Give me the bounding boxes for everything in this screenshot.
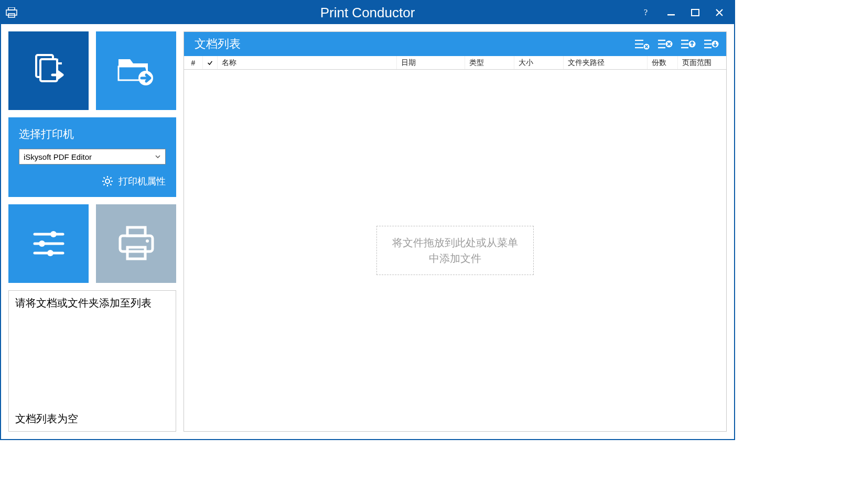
column-headers: # 名称 日期 类型 大小 文件夹路径 份数 页面范围 [184, 56, 726, 70]
printer-properties-button[interactable]: 打印机属性 [19, 175, 166, 188]
app-icon [1, 7, 22, 18]
settings-button[interactable] [8, 204, 89, 283]
remove-selected-button[interactable] [657, 38, 673, 50]
printer-properties-label: 打印机属性 [118, 175, 166, 188]
print-button [96, 204, 176, 283]
col-type[interactable]: 类型 [465, 56, 514, 69]
chevron-down-icon [155, 154, 161, 160]
sidebar: 选择打印机 iSkysoft PDF Editor [8, 31, 176, 432]
add-files-button[interactable] [8, 31, 89, 110]
drop-area[interactable]: 将文件拖放到此处或从菜单中添加文件 [184, 70, 726, 431]
printer-selected-value: iSkysoft PDF Editor [24, 152, 92, 161]
minimize-button[interactable] [666, 7, 676, 18]
svg-rect-1 [6, 10, 17, 15]
list-toolbar [634, 38, 719, 50]
status-panel: 请将文档或文件夹添加至列表 文档列表为空 [8, 290, 176, 432]
svg-point-13 [50, 231, 57, 237]
document-list-title: 文档列表 [195, 36, 241, 52]
body: 选择打印机 iSkysoft PDF Editor [1, 24, 734, 439]
svg-point-14 [39, 240, 45, 247]
window-controls: ? [642, 7, 734, 18]
status-empty: 文档列表为空 [15, 412, 169, 426]
col-date[interactable]: 日期 [397, 56, 465, 69]
col-copies[interactable]: 份数 [648, 56, 678, 69]
svg-rect-4 [667, 14, 675, 16]
app-window: Print Conductor ? [0, 0, 735, 440]
window-title: Print Conductor [320, 5, 415, 21]
action-tiles-row [8, 204, 176, 283]
document-list-header: 文档列表 [184, 32, 726, 56]
svg-text:?: ? [644, 8, 648, 17]
gear-icon [102, 176, 113, 187]
svg-rect-5 [692, 9, 699, 16]
close-button[interactable] [714, 7, 725, 18]
printer-panel: 选择打印机 iSkysoft PDF Editor [8, 117, 176, 197]
printer-select[interactable]: iSkysoft PDF Editor [19, 149, 166, 165]
col-path[interactable]: 文件夹路径 [564, 56, 648, 69]
svg-rect-18 [127, 247, 145, 259]
add-folder-button[interactable] [96, 31, 176, 110]
col-range[interactable]: 页面范围 [678, 56, 726, 69]
maximize-button[interactable] [690, 7, 700, 18]
clear-list-button[interactable] [634, 38, 650, 50]
svg-point-19 [146, 239, 149, 243]
move-up-button[interactable] [680, 38, 696, 50]
help-button[interactable]: ? [642, 7, 652, 18]
svg-rect-7 [40, 59, 57, 81]
titlebar: Print Conductor ? [1, 1, 734, 24]
document-list-panel: 文档列表 [184, 31, 727, 432]
drop-hint: 将文件拖放到此处或从菜单中添加文件 [376, 226, 534, 275]
col-name[interactable]: 名称 [218, 56, 397, 69]
svg-rect-17 [120, 236, 153, 251]
col-check[interactable] [203, 56, 218, 69]
printer-panel-title: 选择打印机 [19, 127, 166, 141]
svg-point-9 [105, 179, 110, 183]
status-instruction: 请将文档或文件夹添加至列表 [15, 296, 169, 310]
col-number[interactable]: # [184, 56, 203, 69]
col-size[interactable]: 大小 [514, 56, 564, 69]
move-down-button[interactable] [703, 38, 719, 50]
svg-point-15 [47, 250, 53, 256]
add-tiles-row [8, 31, 176, 110]
